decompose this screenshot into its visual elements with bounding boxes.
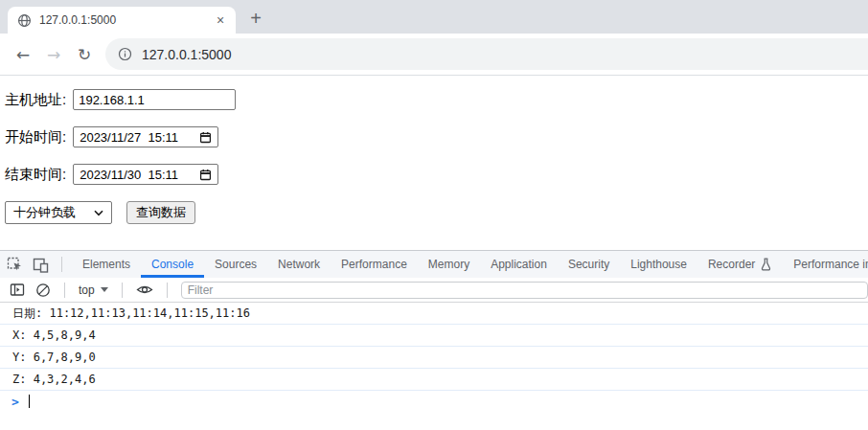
browser-toolbar: ← → ↻ 127.0.0.1:5000 — [0, 34, 868, 76]
start-time-input[interactable]: 2023/11/27 15:11 — [73, 126, 218, 147]
console-message[interactable]: X: 4,5,8,9,4 — [0, 325, 868, 347]
end-time-value: 2023/11/30 15:11 — [80, 168, 178, 182]
host-label: 主机地址: — [5, 91, 66, 109]
flask-icon — [760, 258, 772, 271]
tab-title: 127.0.0.1:5000 — [39, 13, 205, 27]
divider — [64, 283, 65, 298]
info-icon[interactable] — [118, 47, 132, 61]
reload-icon[interactable]: ↻ — [69, 45, 100, 64]
tab-recorder[interactable]: Recorder — [697, 251, 783, 278]
text-cursor — [29, 395, 30, 408]
tab-elements[interactable]: Elements — [72, 251, 141, 278]
browser-tab[interactable]: 127.0.0.1:5000 × — [8, 7, 236, 34]
tab-security[interactable]: Security — [558, 251, 620, 278]
host-input[interactable] — [73, 89, 236, 110]
tab-console[interactable]: Console — [141, 251, 204, 278]
devtools-tab-bar: Elements Console Sources Network Perform… — [0, 251, 868, 278]
calendar-icon[interactable] — [199, 169, 212, 181]
back-icon[interactable]: ← — [8, 45, 38, 64]
prompt-chevron-icon: > — [11, 395, 19, 409]
tab-memory[interactable]: Memory — [418, 251, 480, 278]
tab-performance-insights[interactable]: Performance insights — [783, 251, 868, 278]
chevron-down-icon — [94, 210, 103, 216]
console-prompt[interactable]: > — [0, 391, 868, 412]
clear-console-icon[interactable] — [35, 283, 51, 298]
tab-sources[interactable]: Sources — [204, 251, 267, 278]
console-message[interactable]: 日期: 11:12,11:13,11:14,11:15,11:16 — [0, 303, 868, 325]
end-time-label: 结束时间: — [5, 166, 66, 184]
divider — [167, 283, 168, 298]
console-toolbar: top — [0, 278, 868, 303]
globe-favicon-icon — [17, 13, 32, 28]
console-filter-input[interactable] — [181, 282, 868, 299]
devtools-panel: Elements Console Sources Network Perform… — [0, 250, 868, 412]
divider — [122, 283, 123, 298]
console-messages: 日期: 11:12,11:13,11:14,11:15,11:16 X: 4,5… — [0, 303, 868, 391]
console-message[interactable]: Y: 6,7,8,9,0 — [0, 347, 868, 369]
forward-icon[interactable]: → — [38, 45, 69, 64]
inspect-element-icon[interactable] — [7, 257, 23, 273]
url-text: 127.0.0.1:5000 — [142, 47, 231, 62]
tab-performance[interactable]: Performance — [331, 251, 418, 278]
toggle-device-toolbar-icon[interactable] — [33, 257, 49, 273]
new-tab-button[interactable]: + — [243, 6, 268, 31]
calendar-icon[interactable] — [199, 131, 212, 144]
live-expression-eye-icon[interactable] — [136, 283, 153, 297]
caret-down-icon — [101, 287, 108, 292]
start-time-value: 2023/11/27 15:11 — [80, 130, 178, 145]
divider — [61, 257, 62, 272]
start-time-label: 开始时间: — [5, 128, 66, 147]
tab-application[interactable]: Application — [480, 251, 558, 278]
browser-tab-strip: 127.0.0.1:5000 × + — [0, 0, 868, 34]
page-content: 主机地址: 开始时间: 2023/11/27 15:11 结束时间: 2023/… — [0, 76, 868, 250]
query-data-button[interactable]: 查询数据 — [126, 201, 195, 224]
metric-select-value: 十分钟负载 — [13, 204, 76, 221]
tab-lighthouse[interactable]: Lighthouse — [620, 251, 697, 278]
console-message[interactable]: Z: 4,3,2,4,6 — [0, 369, 868, 391]
tab-close-icon[interactable]: × — [213, 12, 228, 28]
end-time-input[interactable]: 2023/11/30 15:11 — [73, 164, 218, 185]
tab-network[interactable]: Network — [267, 251, 331, 278]
metric-select[interactable]: 十分钟负载 — [5, 201, 112, 224]
context-selector[interactable]: top — [79, 283, 108, 297]
address-bar[interactable]: 127.0.0.1:5000 — [105, 38, 868, 70]
console-sidebar-icon[interactable] — [10, 283, 25, 297]
